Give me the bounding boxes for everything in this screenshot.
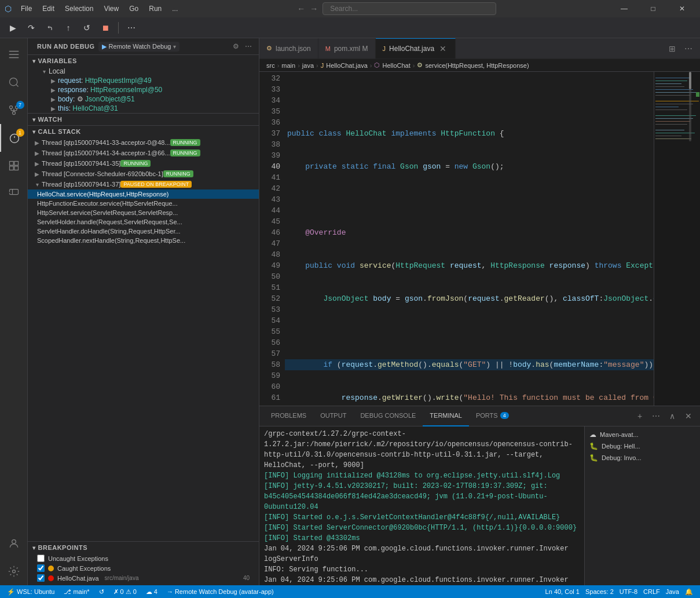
debug-config-dropdown[interactable]: ▶ Remote Watch Debug ▾: [98, 42, 180, 52]
close-btn[interactable]: ✕: [669, 0, 695, 17]
tab-output[interactable]: OUTPUT: [313, 406, 353, 426]
var-body[interactable]: ▶ body: ⚙ JsonObject@51: [28, 94, 259, 104]
bp-caught-checkbox[interactable]: [37, 564, 45, 572]
tab-hellochat-close[interactable]: ✕: [438, 43, 448, 54]
panel-more-btn[interactable]: ⋯: [649, 409, 663, 423]
split-editor-btn[interactable]: ⊞: [665, 42, 679, 56]
panel-add-btn[interactable]: +: [633, 409, 647, 423]
menu-edit[interactable]: Edit: [38, 3, 59, 14]
frame-1[interactable]: HelloChat.service(HttpRequest,HttpRespon…: [28, 189, 259, 199]
activity-explorer[interactable]: [0, 41, 28, 68]
thread-3[interactable]: ▶ Thread [qtp1500079441-35] RUNNING: [28, 158, 259, 169]
rp-maven[interactable]: ☁ Maven-avat...: [587, 429, 698, 440]
watch-header[interactable]: ▾ WATCH: [28, 114, 259, 125]
activity-extensions[interactable]: [0, 152, 28, 180]
status-debug-ports[interactable]: ☁ 4: [144, 585, 160, 598]
status-position[interactable]: Ln 40, Col 1: [543, 585, 582, 598]
branch-icon: ⎇: [64, 588, 71, 596]
activity-search[interactable]: [0, 68, 28, 96]
var-this[interactable]: ▶ this: HelloChat@31: [28, 104, 259, 113]
bp-caught[interactable]: Caught Exceptions: [28, 563, 259, 573]
bc-method[interactable]: service(HttpRequest, HttpResponse): [425, 62, 529, 69]
status-remote[interactable]: → Remote Watch Debug (avatar-app): [164, 585, 276, 598]
status-encoding[interactable]: UTF-8: [617, 585, 640, 598]
debug-more-btn[interactable]: ⋯: [243, 41, 254, 52]
menu-go[interactable]: Go: [124, 3, 143, 14]
status-wsl[interactable]: ⚡ WSL: Ubuntu: [5, 585, 57, 598]
status-notifications[interactable]: 🔔: [683, 585, 695, 598]
tab-ports[interactable]: PORTS 4: [469, 406, 516, 426]
restart-btn[interactable]: ↺: [79, 20, 95, 36]
var-response[interactable]: ▶ response: HttpResponseImpl@50: [28, 85, 259, 94]
status-language[interactable]: Java: [664, 585, 681, 598]
bp-hellochat-line: 40: [243, 575, 250, 581]
activity-debug[interactable]: 1: [0, 124, 28, 152]
status-errors[interactable]: ✗ 0 ⚠ 0: [111, 585, 139, 598]
debug-settings-btn[interactable]: ⚙: [230, 41, 241, 52]
menu-selection[interactable]: Selection: [60, 3, 98, 14]
bc-file[interactable]: HelloChat.java: [326, 62, 368, 69]
bc-class[interactable]: HelloChat: [382, 62, 410, 69]
bp-hellochat[interactable]: HelloChat.java src/main/java 40: [28, 573, 259, 583]
panel-max-btn[interactable]: ∧: [665, 409, 679, 423]
local-scope[interactable]: ▾ Local: [28, 67, 259, 76]
thread-4[interactable]: ▶ Thread [Connector-Scheduler-6920b0bc-1…: [28, 169, 259, 179]
tab-launch-json[interactable]: ⚙ launch.json: [259, 38, 318, 59]
watch-title: WATCH: [38, 116, 63, 123]
frame-6[interactable]: ScopedHandler.nextHandle(String,Request,…: [28, 236, 259, 245]
step-over-btn[interactable]: ↷: [23, 20, 39, 36]
continue-btn[interactable]: ▶: [5, 20, 21, 36]
menu-run[interactable]: Run: [144, 3, 166, 14]
bc-main[interactable]: main: [281, 62, 295, 69]
bc-java[interactable]: java: [302, 62, 314, 69]
activity-testing[interactable]: [0, 180, 28, 207]
bp-hellochat-checkbox[interactable]: [37, 574, 45, 582]
status-branch[interactable]: ⎇ main*: [61, 585, 91, 598]
breakpoints-header[interactable]: ▾ BREAKPOINTS: [28, 542, 259, 553]
status-spaces[interactable]: Spaces: 2: [583, 585, 616, 598]
nav-back-btn[interactable]: ←: [297, 4, 305, 13]
code-content[interactable]: public class HelloChat implements HttpFu…: [285, 72, 654, 406]
bp-uncaught-checkbox[interactable]: [37, 555, 45, 562]
menu-more[interactable]: ...: [167, 3, 182, 14]
panel-close-btn[interactable]: ✕: [681, 409, 695, 423]
status-eol[interactable]: CRLF: [641, 585, 662, 598]
stop-btn[interactable]: ⏹: [97, 20, 113, 36]
tab-debug-console[interactable]: DEBUG CONSOLE: [353, 406, 423, 426]
bp-uncaught[interactable]: Uncaught Exceptions: [28, 553, 259, 563]
maximize-btn[interactable]: □: [640, 0, 666, 17]
editor-more-btn[interactable]: ⋯: [681, 42, 695, 56]
terminal[interactable]: /grpc-context/1.27.2/grpc-context-1.27.2…: [259, 426, 584, 585]
rp-debug2[interactable]: 🐛 Debug: Invo...: [587, 452, 698, 464]
tab-terminal[interactable]: TERMINAL: [423, 406, 469, 426]
activity-git[interactable]: 7: [0, 96, 28, 124]
menu-file[interactable]: File: [16, 3, 36, 14]
rp-debug1[interactable]: 🐛 Debug: Hell...: [587, 440, 698, 452]
frame-5[interactable]: ServletHandler.doHandle(String,Request,H…: [28, 227, 259, 236]
minimize-btn[interactable]: —: [611, 0, 637, 17]
nav-forward-btn[interactable]: →: [310, 4, 318, 13]
activity-settings[interactable]: [0, 557, 28, 585]
callstack-header[interactable]: ▾ CALL STACK: [28, 126, 259, 137]
frame-3[interactable]: HttpServlet.service(ServletRequest,Servl…: [28, 208, 259, 217]
activity-account[interactable]: [0, 530, 28, 557]
step-into-btn[interactable]: ⤷: [42, 20, 58, 36]
ln-42: 42: [264, 183, 280, 194]
search-input[interactable]: [322, 2, 496, 15]
variables-header[interactable]: ▾ VARIABLES: [28, 55, 259, 67]
menu-view[interactable]: View: [99, 3, 123, 14]
bc-src[interactable]: src: [266, 62, 275, 69]
thread2-label: Thread [qtp1500079441-34-acceptor-1@66..…: [42, 150, 170, 156]
thread-1[interactable]: ▶ Thread [qtp1500079441-33-acceptor-0@48…: [28, 137, 259, 148]
tab-problems[interactable]: PROBLEMS: [264, 406, 313, 426]
thread-5[interactable]: ▾ Thread [qtp1500079441-37] PAUSED ON BR…: [28, 179, 259, 189]
step-out-btn[interactable]: ↑: [60, 20, 76, 36]
var-request[interactable]: ▶ request: HttpRequestImpl@49: [28, 76, 259, 85]
more-debug-btn[interactable]: ⋯: [123, 20, 140, 36]
status-sync[interactable]: ↺: [97, 585, 107, 598]
tab-pom-xml[interactable]: M pom.xml M: [318, 38, 376, 59]
thread-2[interactable]: ▶ Thread [qtp1500079441-34-acceptor-1@66…: [28, 148, 259, 158]
frame-2[interactable]: HttpFunctionExecutor.service(HttpServlet…: [28, 199, 259, 208]
frame-4[interactable]: ServletHolder.handle(Request,ServletRequ…: [28, 217, 259, 227]
tab-hellochat-java[interactable]: J HelloChat.java ✕: [376, 38, 456, 59]
